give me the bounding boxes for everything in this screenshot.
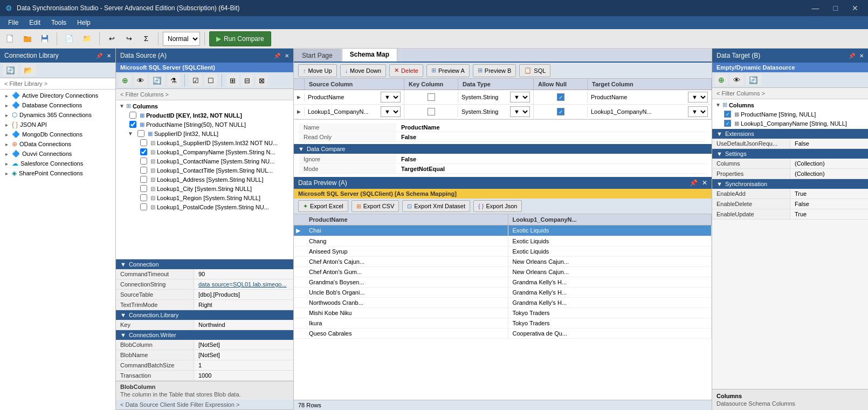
save-button[interactable]	[37, 31, 52, 46]
ds-node-supplierid[interactable]: ▼ ▦ SupplierID [Int32, NULL]	[126, 129, 292, 138]
target-refresh-button[interactable]: 🔄	[746, 74, 761, 86]
prop-section-connwriter[interactable]: ▼ Connection.Writer	[116, 330, 293, 340]
schema-cell-expand-1[interactable]: ▶	[294, 107, 305, 116]
maximize-button[interactable]: □	[829, 3, 842, 13]
tree-item-sharepoint[interactable]: ▸ ◈ SharePoint Connections	[1, 168, 114, 178]
export-json-button[interactable]: { } Export Json	[473, 200, 522, 212]
preview-row-8[interactable]: Mishi Kobe Niku Tokyo Traders	[294, 308, 712, 318]
preview-row-0[interactable]: ▶ Chai Exotic Liquids	[294, 226, 712, 236]
tree-item-ad[interactable]: ▸ 🔷 Active Directory Connections	[1, 91, 114, 100]
undo-button[interactable]: ↩	[104, 31, 119, 46]
target-view-button[interactable]: 👁	[730, 74, 743, 86]
move-down-button[interactable]: ↓ Move Down	[340, 64, 387, 77]
preview-b-button[interactable]: ⊞ Preview B	[473, 64, 516, 77]
ds-node-lookup6[interactable]: ▧ Lookup1_City [System.String NULL]	[136, 184, 292, 193]
preview-a-button[interactable]: ⊞ Preview A	[426, 64, 470, 77]
menu-file[interactable]: File	[3, 18, 24, 28]
move-up-button[interactable]: ↑ Move Up	[298, 64, 337, 77]
ds-map-button[interactable]: ⊞	[226, 74, 239, 86]
target-filter-label[interactable]: < Filter Columns >	[712, 88, 868, 99]
export-xml-button[interactable]: ⊡ Export Xml Dataset	[402, 200, 470, 212]
ds-node-lookup2[interactable]: ▧ Lookup1_CompanyName [System.String N..…	[136, 147, 292, 156]
ds-check-lookup3[interactable]	[140, 158, 147, 165]
new-button[interactable]	[3, 31, 18, 46]
ds-add-button[interactable]: ⊕	[119, 74, 132, 86]
preview-row-6[interactable]: Uncle Bob's Organi... Grandma Kelly's H.…	[294, 288, 712, 298]
target-root-node[interactable]: ▼ ⊞ Columns	[713, 100, 867, 110]
ds-node-lookup7[interactable]: ▧ Lookup1_Region [System.String NULL]	[136, 193, 292, 202]
lib-filter[interactable]: < Filter Library >	[0, 78, 115, 90]
target-add-button[interactable]: ⊕	[715, 74, 728, 86]
ds-filter-columns[interactable]: < Filter Columns >	[116, 89, 293, 100]
preview-pin-icon[interactable]: 📌	[690, 179, 698, 187]
ds-check-supplierid[interactable]	[137, 130, 144, 137]
schema-src-select-0[interactable]: ▼	[381, 92, 401, 102]
ds-check-lookup5[interactable]	[140, 176, 147, 183]
ds-node-lookup8[interactable]: ▧ Lookup1_PostalCode [System.String NU..…	[136, 202, 292, 211]
ds-node-productname[interactable]: ▦ ProductName [String(50), NOT NULL]	[126, 120, 292, 129]
ds-uncheckall-button[interactable]: ☐	[204, 74, 217, 86]
schema-null-check-0[interactable]: ✓	[557, 93, 564, 101]
ds-check-productname[interactable]	[129, 121, 136, 128]
ds-node-lookup1[interactable]: ▧ Lookup1_SupplierID [System.Int32 NOT N…	[136, 138, 292, 147]
lib-folder-button[interactable]: 📂	[20, 64, 36, 76]
ds-check-lookup2[interactable]	[140, 148, 147, 155]
tree-item-json[interactable]: ▸ { } JSON API	[1, 120, 114, 129]
ds-node-lookup3[interactable]: ▧ Lookup1_ContactName [System.String NU.…	[136, 156, 292, 166]
preview-row-5[interactable]: Grandma's Boysen... Grandma Kelly's H...	[294, 277, 712, 288]
new-project-button[interactable]: 📄	[61, 31, 77, 46]
target-prop-section-settings[interactable]: ▼ Settings	[712, 149, 868, 159]
schema-row-1[interactable]: ▶ Lookup1_CompanyN... ▼ System.String ▼	[294, 105, 712, 119]
target-prop-section-extensions[interactable]: ▼ Extensions	[712, 129, 868, 139]
tree-item-db[interactable]: ▸ 🔷 Database Connections	[1, 100, 114, 110]
menu-edit[interactable]: Edit	[24, 18, 46, 28]
open-button[interactable]	[20, 31, 35, 46]
menu-help[interactable]: Help	[72, 18, 96, 28]
tree-item-salesforce[interactable]: ▸ ☁ Salesforce Connections	[1, 159, 114, 168]
target-close-icon[interactable]: ✕	[859, 53, 864, 59]
ds-node-lookup5[interactable]: ▧ Lookup1_Address [System.String NULL]	[136, 175, 292, 184]
target-node-productname[interactable]: ✓ ▦ ProductName [String, NULL]	[722, 110, 867, 119]
sql-button[interactable]: 📋 SQL	[519, 64, 550, 77]
lib-close-icon[interactable]: ✕	[107, 53, 111, 59]
ds-node-productid[interactable]: ▦ ProductID [KEY, Int32, NOT NULL]	[126, 111, 292, 120]
ds-view-button[interactable]: 👁	[134, 74, 147, 86]
ds-checkall-button[interactable]: ☑	[189, 74, 202, 86]
schema-target-select-1[interactable]: ▼	[688, 106, 708, 117]
target-pin-icon[interactable]: 📌	[849, 53, 855, 59]
export-csv-button[interactable]: ⊞ Export CSV	[352, 200, 399, 212]
prop-section-connection[interactable]: ▼ Connection	[116, 259, 293, 269]
tab-startpage[interactable]: Start Page	[294, 49, 341, 62]
preview-row-9[interactable]: Ikura Tokyo Traders	[294, 318, 712, 329]
schema-null-check-1[interactable]: ✓	[557, 108, 564, 115]
ds-check-productid[interactable]	[129, 112, 136, 119]
tree-item-d365[interactable]: ▸ ⬡ Dynamics 365 Connections	[1, 110, 114, 120]
preview-close-icon[interactable]: ✕	[702, 179, 707, 187]
open-project-button[interactable]: 📁	[79, 31, 95, 46]
menu-tools[interactable]: Tools	[46, 18, 72, 28]
schema-dtype-select-0[interactable]: ▼	[510, 92, 530, 102]
target-prop-section-sync[interactable]: ▼ Synchronisation	[712, 179, 868, 189]
lib-refresh-button[interactable]: 🔄	[3, 64, 18, 76]
ds-filter-expr[interactable]: < Data Source Client Side Filter Express…	[116, 400, 293, 410]
ds-filter-button[interactable]: ⚗	[167, 74, 180, 86]
schema-target-select-0[interactable]: ▼	[688, 92, 708, 102]
prop-val-connstr[interactable]: data source=SQL01.lab.simego...	[194, 279, 293, 289]
pin-icon[interactable]: 📌	[96, 53, 102, 59]
mode-dropdown[interactable]: Normal	[163, 32, 200, 46]
schema-row-0[interactable]: ▶ ProductName ▼ System.String ▼	[294, 90, 712, 105]
target-check-lookup[interactable]: ✓	[724, 120, 731, 127]
redo-button[interactable]: ↪	[121, 31, 136, 46]
preview-row-10[interactable]: Queso Cabrales Cooperativa de Qu...	[294, 329, 712, 339]
preview-row-7[interactable]: Northwoods Cranb... Grandma Kelly's H...	[294, 298, 712, 308]
export-excel-button[interactable]: ✦ Export Excel	[298, 200, 348, 212]
ds-node-lookup4[interactable]: ▧ Lookup1_ContactTitle [System.String NU…	[136, 166, 292, 175]
ds-root-node[interactable]: ▼ ⊞ Columns	[117, 101, 292, 111]
preview-row-4[interactable]: Chef Anton's Gum... New Orleans Cajun...	[294, 267, 712, 277]
run-compare-button[interactable]: ▶ Run Compare	[209, 31, 271, 46]
target-check-productname[interactable]: ✓	[724, 111, 731, 118]
ds-check-lookup1[interactable]	[140, 139, 147, 146]
schema-cell-expand-0[interactable]: ▶	[294, 93, 305, 101]
tree-item-mongo[interactable]: ▸ 🔷 MongoDb Connections	[1, 129, 114, 139]
preview-row-3[interactable]: Chef Anton's Cajun... New Orleans Cajun.…	[294, 257, 712, 267]
